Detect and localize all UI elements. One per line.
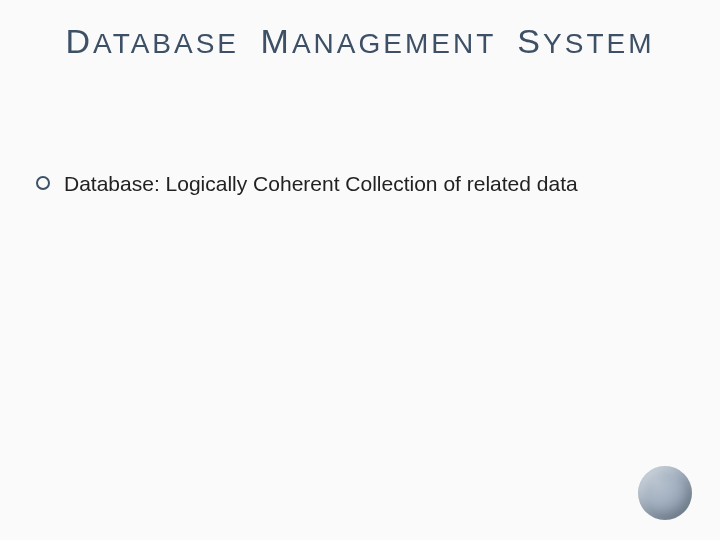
slide: DATABASE MANAGEMENT SYSTEM Database: Log… — [0, 0, 720, 540]
bullet-text: Database: Logically Coherent Collection … — [64, 170, 578, 197]
decorative-sphere-icon — [638, 466, 692, 520]
title-word-1-rest: ANAGEMENT — [292, 28, 496, 59]
slide-content: Database: Logically Coherent Collection … — [36, 170, 684, 197]
bullet-icon — [36, 176, 50, 190]
title-word-1-first: M — [261, 22, 292, 60]
list-item: Database: Logically Coherent Collection … — [36, 170, 684, 197]
title-word-2-rest: YSTEM — [543, 28, 654, 59]
slide-title: DATABASE MANAGEMENT SYSTEM — [0, 22, 720, 61]
title-word-2-first: S — [517, 22, 543, 60]
title-word-0-first: D — [65, 22, 93, 60]
title-word-0-rest: ATABASE — [93, 28, 239, 59]
